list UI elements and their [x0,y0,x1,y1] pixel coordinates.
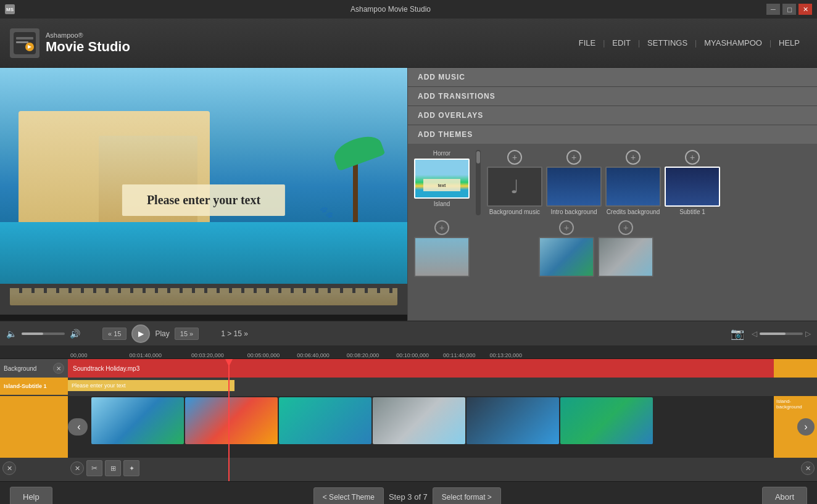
intro-bg-thumb[interactable] [546,167,602,207]
preview-video: Please enter your text 🐾 [0,68,407,284]
intro-bg-label: Intro background [546,209,602,215]
bg-track-content: Soundtrack Holiday.mp3 [68,359,817,378]
video-thumb-1[interactable] [91,397,184,444]
subtitle-track-content: Please enter your text [68,378,817,395]
add-themes-section: ADD THEMES Horror text Island [408,125,817,321]
theme-item-bg-music[interactable]: + ♩ Background music [487,150,542,215]
abort-button[interactable]: Abort [762,487,807,504]
timeline-tools: ✕ ✕ ✂ ⊞ ✦ ✕ [0,458,817,479]
video-thumbnails [68,396,817,445]
minimize-button[interactable]: ─ [766,4,780,15]
bg-remove-btn[interactable]: ✕ [53,363,64,374]
lower3-thumb[interactable] [598,237,653,277]
video-thumb-2[interactable] [185,397,278,444]
theme-item-island[interactable]: Horror text Island [414,150,470,215]
vol-right-icon: ▷ [805,329,811,338]
theme-item-subtitle[interactable]: + Subtitle 1 [665,150,720,215]
nav-left-button[interactable]: ‹ [70,418,88,436]
camera-icon: 📷 [731,327,744,341]
video-thumb-4[interactable] [373,397,465,444]
lower1-thumb[interactable] [414,237,470,277]
help-button[interactable]: Help [10,487,52,504]
play-label: Play [155,329,169,338]
nav-myashampoo[interactable]: MYASHAMPOO [697,38,769,48]
volume-low-icon: 🔈 [6,329,17,339]
add-bg-music-icon[interactable]: + [507,150,522,165]
theme-item-credits-bg[interactable]: + Credits background [605,150,661,215]
logo-icon [10,28,39,58]
play-button[interactable]: ▶ [131,324,150,343]
subtitle-track-label: Island-Subtitle 1 [0,378,68,395]
lower2-thumb[interactable] [539,237,594,277]
subtitle-track: Island-Subtitle 1 Please enter your text [0,378,817,395]
timeline-remove-btn[interactable]: ✕ [2,461,16,475]
volume-slider[interactable] [22,333,65,335]
page-indicator: 1 > 15 » [221,329,248,338]
add-music-header[interactable]: ADD MUSIC [408,68,817,86]
logo-text: Ashampoo® Movie Studio [46,31,130,55]
main-area: Please enter your text 🐾 ADD MUSIC ADD T… [0,68,817,321]
right-volume-slider[interactable] [760,333,803,335]
nav-right-button[interactable]: › [797,418,815,436]
select-theme-button[interactable]: < Select Theme [313,487,384,505]
preview-text-overlay[interactable]: Please enter your text [122,184,285,216]
add-intro-bg-icon[interactable]: + [566,150,581,165]
right-panel: ADD MUSIC ADD TRANSITIONS ADD OVERLAYS A… [407,68,817,321]
logo-brand: Ashampoo® [46,31,130,39]
forward-button[interactable]: 15 » [175,328,199,340]
background-track: Background ✕ Soundtrack Holiday.mp3 [0,359,817,378]
timeline-remove-btn3[interactable]: ✕ [801,461,815,475]
subtitle-thumb[interactable] [665,167,720,207]
playback-bar: 🔈 🔊 « 15 ▶ Play 15 » 1 > 15 » 📷 ◁ ▷ [0,321,817,345]
right-volume-control: ◁ ▷ [752,329,811,338]
subtitle-label: Subtitle 1 [665,209,720,215]
close-button[interactable]: ✕ [798,4,812,15]
bg-music-thumb[interactable]: ♩ [487,167,542,207]
theme-item-lower3[interactable]: + [598,220,653,277]
header: Ashampoo® Movie Studio FILE | EDIT | SET… [0,19,817,68]
text-bar[interactable]: Please enter your text [68,380,234,391]
select-format-button[interactable]: Select format > [433,487,501,505]
theme-item-intro-bg[interactable]: + Intro background [546,150,602,215]
logo: Ashampoo® Movie Studio [10,28,130,58]
nav-help[interactable]: HELP [771,38,807,48]
right-track-label: Island-background [776,399,815,410]
nav-edit[interactable]: EDIT [605,38,638,48]
credits-bg-thumb[interactable] [605,167,661,207]
island-thumb[interactable]: text [414,159,470,199]
split-tool-btn[interactable]: ⊞ [105,460,121,476]
soundtrack-label: Soundtrack Holiday.mp3 [73,365,139,372]
theme-item-lower2[interactable]: + [539,220,594,277]
bottom-navigation: < Select Theme Step 3 of 7 Select format… [313,487,501,505]
island-label: Island [414,200,470,207]
svg-rect-2 [16,41,28,43]
timeline-remove-btn2[interactable]: ✕ [70,461,84,475]
video-thumb-6[interactable] [560,397,653,444]
theme-item-lower1[interactable]: + [414,220,470,277]
rewind-button[interactable]: « 15 [102,328,126,340]
nav-file[interactable]: FILE [571,38,603,48]
video-thumb-5[interactable] [467,397,559,444]
video-track: ‹ ‹ › [0,396,817,458]
bg-music-label: Background music [487,209,542,215]
video-track-label: ‹ [0,396,68,458]
add-transitions-header[interactable]: ADD TRANSITIONS [408,87,817,105]
play-icon: ▶ [138,329,144,338]
cut-tool-btn[interactable]: ✂ [86,460,102,476]
step-info: Step 3 of 7 [389,492,428,502]
nav-settings[interactable]: SETTINGS [640,38,695,48]
preview-overlay-text: Please enter your text [147,193,260,207]
video-thumb-3[interactable] [279,397,371,444]
window-title: Ashampoo Movie Studio [15,5,766,14]
bottom-bar: Help < Select Theme Step 3 of 7 Select f… [0,481,817,504]
text-bar-label: Please enter your text [72,382,126,389]
music-note-icon: ♩ [510,176,519,197]
restore-button[interactable]: ◻ [782,4,796,15]
magic-tool-btn[interactable]: ✦ [123,460,139,476]
add-subtitle-icon[interactable]: + [685,150,700,165]
add-themes-header[interactable]: ADD THEMES [408,125,817,144]
add-credits-bg-icon[interactable]: + [626,150,641,165]
add-overlays-header[interactable]: ADD OVERLAYS [408,106,817,125]
add-music-section: ADD MUSIC [408,68,817,87]
video-track-content: ‹ › Island-background [68,396,817,458]
